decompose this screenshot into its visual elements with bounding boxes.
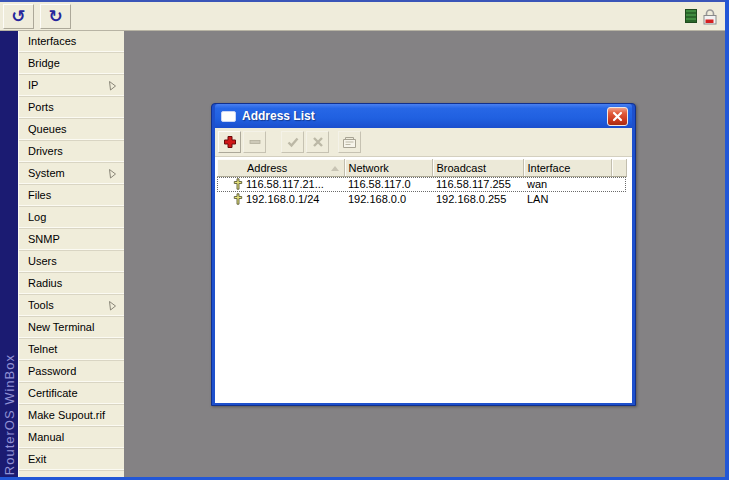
address-table: Address Network Broadcast Interface 116.… bbox=[217, 159, 627, 207]
disable-button[interactable] bbox=[306, 131, 329, 153]
menu-label: Queues bbox=[28, 123, 67, 135]
table-header-spacer bbox=[611, 160, 626, 177]
x-icon bbox=[311, 135, 325, 149]
brand-band: RouterOS WinBox bbox=[0, 31, 18, 477]
status-area bbox=[685, 6, 719, 26]
titlebar[interactable]: Address List bbox=[215, 104, 632, 128]
enable-button[interactable] bbox=[281, 131, 304, 153]
list-toolbar bbox=[215, 128, 632, 157]
plus-icon bbox=[223, 135, 237, 149]
close-icon bbox=[612, 111, 623, 122]
column-header-address[interactable]: Address bbox=[217, 160, 344, 177]
menu-label: System bbox=[28, 167, 65, 179]
menu-label: Telnet bbox=[28, 343, 57, 355]
menu-label: New Terminal bbox=[28, 321, 94, 333]
sidebar-item-make-supout[interactable]: Make Supout.rif bbox=[19, 405, 124, 427]
menu-label: Users bbox=[28, 255, 57, 267]
menu-label: Radius bbox=[28, 277, 62, 289]
table-header-row: Address Network Broadcast Interface bbox=[217, 160, 626, 177]
undo-button[interactable]: ↺ bbox=[3, 4, 34, 29]
sidebar-item-ports[interactable]: Ports bbox=[19, 97, 124, 119]
sidebar-item-snmp[interactable]: SNMP bbox=[19, 229, 124, 251]
menu-label: Manual bbox=[28, 431, 64, 443]
sidebar-item-drivers[interactable]: Drivers bbox=[19, 141, 124, 163]
sidebar-item-certificate[interactable]: Certificate bbox=[19, 383, 124, 405]
cell-broadcast: 192.168.0.255 bbox=[432, 192, 523, 207]
sidebar-item-ip[interactable]: IP bbox=[19, 75, 124, 97]
close-button[interactable] bbox=[607, 107, 628, 126]
sidebar-menu: Interfaces Bridge IP Ports Queues Driver… bbox=[18, 31, 124, 477]
sidebar-item-tools[interactable]: Tools bbox=[19, 295, 124, 317]
menu-label: Make Supout.rif bbox=[28, 409, 105, 421]
main-toolbar: ↺ ↻ bbox=[0, 2, 729, 31]
menu-label: Password bbox=[28, 365, 76, 377]
window-frame-right bbox=[725, 0, 729, 480]
address-list-window: Address List bbox=[211, 103, 636, 406]
sidebar-item-interfaces[interactable]: Interfaces bbox=[19, 31, 124, 53]
sidebar-item-files[interactable]: Files bbox=[19, 185, 124, 207]
cell-broadcast: 116.58.117.255 bbox=[432, 177, 523, 192]
cell-network: 192.168.0.0 bbox=[344, 192, 432, 207]
column-label: Interface bbox=[528, 162, 571, 174]
sort-ascending-icon bbox=[331, 166, 339, 171]
check-icon bbox=[286, 135, 300, 149]
traffic-indicator-icon bbox=[685, 9, 697, 23]
sidebar-item-manual[interactable]: Manual bbox=[19, 427, 124, 449]
column-label: Network bbox=[349, 162, 389, 174]
sidebar-item-users[interactable]: Users bbox=[19, 251, 124, 273]
menu-label: Exit bbox=[28, 453, 46, 465]
menu-label: Drivers bbox=[28, 145, 63, 157]
table-row[interactable]: 192.168.0.1/24 192.168.0.0 192.168.0.255… bbox=[217, 192, 626, 207]
redo-icon: ↻ bbox=[48, 8, 62, 25]
ip-address-icon bbox=[232, 193, 244, 205]
comment-icon bbox=[342, 136, 357, 149]
sidebar-item-system[interactable]: System bbox=[19, 163, 124, 185]
minus-icon bbox=[248, 135, 262, 149]
sidebar-item-exit[interactable]: Exit bbox=[19, 449, 124, 471]
column-header-broadcast[interactable]: Broadcast bbox=[432, 160, 523, 177]
menu-label: Certificate bbox=[28, 387, 78, 399]
add-button[interactable] bbox=[218, 131, 241, 153]
table-row[interactable]: 116.58.117.21... 116.58.117.0 116.58.117… bbox=[217, 177, 626, 192]
address-value: 192.168.0.1/24 bbox=[246, 193, 319, 205]
column-header-interface[interactable]: Interface bbox=[523, 160, 611, 177]
ip-address-icon bbox=[232, 178, 244, 190]
sidebar-item-password[interactable]: Password bbox=[19, 361, 124, 383]
submenu-arrow-icon bbox=[108, 81, 117, 91]
redo-button[interactable]: ↻ bbox=[40, 4, 71, 29]
menu-label: Ports bbox=[28, 101, 54, 113]
sidebar-item-telnet[interactable]: Telnet bbox=[19, 339, 124, 361]
menu-label: Bridge bbox=[28, 57, 60, 69]
address-value: 116.58.117.21... bbox=[246, 178, 324, 190]
submenu-arrow-icon bbox=[108, 169, 117, 179]
window-title: Address List bbox=[242, 109, 607, 123]
comment-button[interactable] bbox=[338, 131, 361, 153]
brand-vertical-text: RouterOS WinBox bbox=[2, 354, 17, 475]
window-frame-top bbox=[0, 0, 729, 2]
menu-label: IP bbox=[28, 79, 38, 91]
window-icon bbox=[221, 111, 236, 122]
sidebar-item-bridge[interactable]: Bridge bbox=[19, 53, 124, 75]
menu-label: Files bbox=[28, 189, 51, 201]
column-label: Broadcast bbox=[437, 162, 487, 174]
cell-spacer bbox=[611, 192, 626, 207]
undo-icon: ↺ bbox=[11, 8, 25, 25]
sidebar-item-queues[interactable]: Queues bbox=[19, 119, 124, 141]
remove-button[interactable] bbox=[243, 131, 266, 153]
menu-label: SNMP bbox=[28, 233, 60, 245]
cell-address: 116.58.117.21... bbox=[217, 177, 344, 192]
menu-label: Interfaces bbox=[28, 35, 76, 47]
cell-interface: wan bbox=[523, 177, 611, 192]
sidebar-item-radius[interactable]: Radius bbox=[19, 273, 124, 295]
sidebar-item-new-terminal[interactable]: New Terminal bbox=[19, 317, 124, 339]
column-header-network[interactable]: Network bbox=[344, 160, 432, 177]
sidebar-item-log[interactable]: Log bbox=[19, 207, 124, 229]
menu-label: Log bbox=[28, 211, 46, 223]
menu-label: Tools bbox=[28, 299, 54, 311]
submenu-arrow-icon bbox=[108, 301, 117, 311]
cell-address: 192.168.0.1/24 bbox=[217, 192, 344, 207]
column-label: Address bbox=[247, 162, 287, 174]
secure-lock-icon bbox=[701, 8, 719, 25]
cell-spacer bbox=[611, 177, 626, 192]
cell-interface: LAN bbox=[523, 192, 611, 207]
